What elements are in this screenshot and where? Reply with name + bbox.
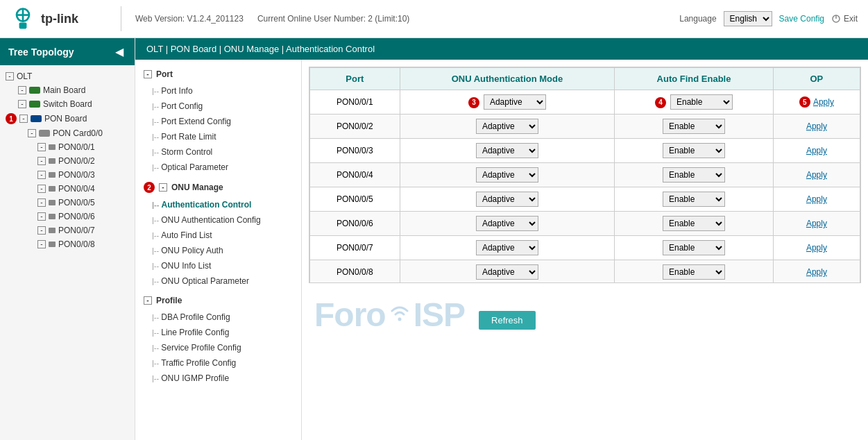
- col-header-port: Port: [310, 68, 400, 90]
- table-scroll[interactable]: Port ONU Authentication Mode Auto Find E…: [309, 67, 860, 282]
- cell-auto-find-7: EnableDisable: [615, 260, 774, 283]
- nav-section-port[interactable]: - Port: [135, 65, 301, 83]
- apply-button-2[interactable]: Apply: [806, 146, 827, 155]
- exit-button[interactable]: Exit: [831, 14, 858, 24]
- tree-label-pon-board: PON Board: [44, 114, 87, 124]
- tree-label-pon-card: PON Card0/0: [53, 128, 103, 138]
- apply-button-3[interactable]: Apply: [806, 170, 827, 180]
- tree-label-pon004: PON0/0/4: [58, 184, 95, 194]
- select-auth-mode-0[interactable]: AdaptiveManualAuto: [484, 94, 546, 110]
- select-auth-mode-6[interactable]: AdaptiveManualAuto: [476, 240, 538, 255]
- select-auth-mode-5[interactable]: AdaptiveManualAuto: [476, 216, 538, 231]
- nav-item-port-info[interactable]: Port Info: [135, 83, 301, 99]
- nav-section-onu-manage[interactable]: 2 - ONU Manage: [135, 178, 301, 197]
- table-row: PON0/0/5AdaptiveManualAutoEnableDisableA…: [310, 187, 860, 212]
- secondary-nav: - Port Port Info Port Config Port Extend…: [135, 60, 302, 440]
- web-version: Web Version: V1.2.4_201123: [135, 14, 244, 24]
- nav-section-onu-label: ONU Manage: [171, 183, 223, 192]
- sidebar: Tree Topology ◀ - OLT - Main Board - Swi…: [0, 38, 135, 440]
- nav-item-port-rate-limit[interactable]: Port Rate Limit: [135, 129, 301, 144]
- svg-rect-3: [19, 22, 27, 28]
- nav-item-onu-policy-auth[interactable]: ONU Policy Auth: [135, 243, 301, 258]
- port-icon-pon005: [49, 200, 56, 205]
- nav-item-onu-optical-parameter[interactable]: ONU Optical Parameter: [135, 273, 301, 289]
- badge-5: 5: [799, 96, 810, 108]
- select-auto-find-5[interactable]: EnableDisable: [663, 216, 725, 231]
- select-auto-find-6[interactable]: EnableDisable: [663, 240, 725, 255]
- table-row: PON0/0/2AdaptiveManualAutoEnableDisableA…: [310, 115, 860, 139]
- tree-item-pon007[interactable]: - PON0/0/7: [0, 223, 135, 237]
- tree-item-pon004[interactable]: - PON0/0/4: [0, 182, 135, 196]
- select-auth-mode-3[interactable]: AdaptiveManualAuto: [476, 167, 538, 183]
- tree-item-pon008[interactable]: - PON0/0/8: [0, 237, 135, 251]
- expand-icon-pon-board: -: [19, 115, 28, 123]
- apply-button-7[interactable]: Apply: [806, 267, 827, 277]
- apply-button-1[interactable]: Apply: [806, 121, 827, 131]
- pon-board-icon: [31, 115, 42, 122]
- expand-icon-olt: -: [6, 72, 14, 81]
- select-auto-find-3[interactable]: EnableDisable: [663, 167, 725, 183]
- nav-item-line-profile[interactable]: Line Profile Config: [135, 325, 301, 340]
- select-auto-find-4[interactable]: EnableDisable: [663, 192, 725, 207]
- tree-label-pon007: PON0/0/7: [58, 226, 95, 235]
- select-auth-mode-2[interactable]: AdaptiveManualAuto: [476, 143, 538, 158]
- cell-op-5: Apply: [773, 212, 860, 236]
- nav-item-onu-info-list[interactable]: ONU Info List: [135, 258, 301, 273]
- cell-auth-5: AdaptiveManualAuto: [400, 212, 615, 236]
- tree-item-main-board[interactable]: - Main Board: [0, 83, 135, 97]
- expand-icon-pon001: -: [37, 143, 46, 151]
- tp-link-logo-icon: [10, 6, 35, 31]
- tree-item-pon001[interactable]: - PON0/0/1: [0, 140, 135, 154]
- language-select[interactable]: English: [724, 11, 772, 26]
- tree-item-pon006[interactable]: - PON0/0/6: [0, 210, 135, 223]
- nav-item-auth-control[interactable]: Authentication Control: [135, 197, 301, 212]
- nav-item-traffic-profile[interactable]: Traffic Profile Config: [135, 355, 301, 371]
- nav-item-service-profile[interactable]: Service Profile Config: [135, 340, 301, 355]
- select-auto-find-0[interactable]: EnableDisable: [670, 94, 733, 110]
- sidebar-toggle-button[interactable]: ◀: [112, 45, 126, 58]
- select-auto-find-7[interactable]: EnableDisable: [663, 264, 725, 280]
- apply-button-5[interactable]: Apply: [806, 219, 827, 228]
- select-auth-mode-1[interactable]: AdaptiveManualAuto: [476, 119, 538, 134]
- cell-auth-3: AdaptiveManualAuto: [400, 163, 615, 187]
- cell-op-0: 5Apply: [773, 90, 860, 115]
- watermark-area: Foro ISP Refresh: [309, 290, 861, 339]
- tree-item-pon-card[interactable]: - PON Card0/0: [0, 126, 135, 140]
- tree-item-pon-board[interactable]: 1 - PON Board: [0, 111, 135, 126]
- apply-button-6[interactable]: Apply: [806, 243, 827, 253]
- nav-item-port-extend-config[interactable]: Port Extend Config: [135, 114, 301, 129]
- expand-icon-pon-card: -: [28, 129, 36, 137]
- nav-item-auto-find-list[interactable]: Auto Find List: [135, 228, 301, 243]
- tree-item-switch-board[interactable]: - Switch Board: [0, 97, 135, 111]
- tree-item-pon005[interactable]: - PON0/0/5: [0, 196, 135, 210]
- header: tp-link Web Version: V1.2.4_201123 Curre…: [0, 0, 868, 38]
- select-auth-mode-7[interactable]: AdaptiveManualAuto: [476, 264, 538, 280]
- cell-auto-find-2: EnableDisable: [615, 139, 774, 163]
- port-icon-pon002: [49, 158, 56, 164]
- refresh-button[interactable]: Refresh: [479, 311, 536, 330]
- tree-item-olt[interactable]: - OLT: [0, 69, 135, 83]
- save-config-button[interactable]: Save Config: [779, 14, 824, 24]
- apply-button-0[interactable]: Apply: [813, 97, 834, 107]
- nav-section-profile[interactable]: - Profile: [135, 291, 301, 310]
- nav-item-onu-igmp-profile[interactable]: ONU IGMP Profile: [135, 371, 301, 386]
- logo-text: tp-link: [41, 12, 78, 26]
- expand-icon-switch-board: -: [18, 100, 26, 108]
- select-auto-find-2[interactable]: EnableDisable: [663, 143, 725, 158]
- table-row: PON0/0/3AdaptiveManualAutoEnableDisableA…: [310, 139, 860, 163]
- cell-port-0: PON0/0/1: [310, 90, 400, 115]
- nav-item-dba-profile[interactable]: DBA Profile Config: [135, 310, 301, 325]
- select-auto-find-1[interactable]: EnableDisable: [663, 119, 725, 134]
- tree-item-pon002[interactable]: - PON0/0/2: [0, 154, 135, 168]
- nav-item-storm-control[interactable]: Storm Control: [135, 144, 301, 160]
- nav-item-onu-auth-config[interactable]: ONU Authentication Config: [135, 212, 301, 228]
- select-auth-mode-4[interactable]: AdaptiveManualAuto: [476, 192, 538, 207]
- nav-item-optical-parameter[interactable]: Optical Parameter: [135, 160, 301, 175]
- nav-item-port-config[interactable]: Port Config: [135, 99, 301, 114]
- language-label: Language: [679, 14, 716, 24]
- cell-op-1: Apply: [773, 115, 860, 139]
- main-board-icon: [29, 87, 40, 94]
- cell-auth-1: AdaptiveManualAuto: [400, 115, 615, 139]
- tree-item-pon003[interactable]: - PON0/0/3: [0, 168, 135, 182]
- apply-button-4[interactable]: Apply: [806, 194, 827, 204]
